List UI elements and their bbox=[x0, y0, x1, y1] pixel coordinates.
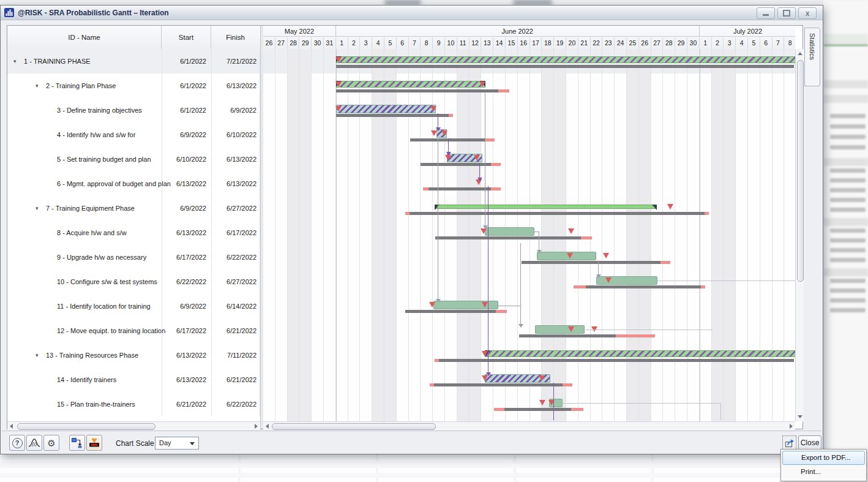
table-row[interactable]: 12 - Move equipt. to training location6/… bbox=[7, 318, 260, 343]
export-button[interactable] bbox=[782, 435, 796, 450]
percentile-range bbox=[405, 212, 410, 215]
task-name: 12 - Move equipt. to training location bbox=[57, 327, 165, 334]
table-row[interactable]: ▾1 - TRAINING PHASE6/1/20227/21/2022 bbox=[7, 49, 260, 73]
table-row[interactable]: 4 - Identify h/w and s/w for6/9/20226/10… bbox=[7, 122, 260, 147]
task-start-date: 6/9/2022 bbox=[162, 131, 206, 138]
maximize-icon bbox=[783, 10, 790, 17]
window-titlebar[interactable]: @RISK - SRA Probabilistic Gantt – Iterat… bbox=[1, 6, 823, 20]
dependency-connector bbox=[598, 260, 599, 274]
table-row[interactable]: 15 - Plan train-the-trainers6/21/20226/2… bbox=[7, 392, 260, 416]
collapse-arrow-icon[interactable]: ▾ bbox=[36, 205, 39, 211]
finish-marker bbox=[603, 253, 609, 258]
timeline-day: 18 bbox=[542, 37, 554, 49]
finish-marker bbox=[430, 106, 436, 111]
background-artifact bbox=[384, 0, 421, 5]
task-finish-date: 6/21/2022 bbox=[211, 327, 256, 334]
finish-marker bbox=[568, 228, 574, 234]
risk-histogram-icon bbox=[4, 8, 14, 17]
connector-style-button[interactable] bbox=[69, 435, 85, 451]
scrollbar-thumb[interactable] bbox=[797, 60, 804, 282]
timeline-day: 21 bbox=[578, 37, 591, 49]
tab-statistics[interactable]: Statistics bbox=[804, 28, 820, 86]
timeline-day: 17 bbox=[530, 37, 542, 49]
scrollbar-thumb[interactable] bbox=[17, 423, 155, 430]
finish-marker bbox=[335, 106, 342, 111]
task-bar-hatched bbox=[336, 105, 436, 113]
collapse-arrow-icon[interactable]: ▾ bbox=[36, 83, 39, 89]
distribution-button[interactable] bbox=[26, 435, 42, 451]
dependency-connector bbox=[720, 403, 721, 420]
timeline-day: 15 bbox=[506, 37, 518, 49]
table-row[interactable]: 14 - Identify trainers6/13/20226/21/2022 bbox=[7, 367, 260, 392]
background-artifact bbox=[830, 208, 866, 212]
task-start-date: 6/13/2022 bbox=[162, 229, 206, 236]
scrollbar-thumb[interactable] bbox=[272, 423, 436, 430]
timeline-day: 25 bbox=[627, 37, 639, 49]
scroll-down-button[interactable] bbox=[796, 413, 804, 421]
table-row[interactable]: 6 - Mgmt. approval of budget and plan6/1… bbox=[7, 171, 260, 196]
scroll-right-button[interactable] bbox=[787, 422, 795, 430]
timeline-day: 6 bbox=[760, 37, 773, 49]
timeline-day: 22 bbox=[591, 37, 603, 49]
task-name: 5 - Set training budget and plan bbox=[57, 156, 151, 163]
scroll-up-button[interactable] bbox=[796, 50, 804, 58]
help-button[interactable]: ? bbox=[9, 435, 25, 451]
menu-item-export-pdf[interactable]: Export to PDF... bbox=[782, 451, 865, 465]
table-horizontal-scrollbar[interactable] bbox=[7, 421, 260, 430]
timeline-day: 20 bbox=[566, 37, 578, 49]
export-icon bbox=[784, 437, 795, 448]
table-row[interactable]: 3 - Define training objectives6/1/20226/… bbox=[7, 98, 260, 122]
table-row[interactable]: ▾13 - Training Resources Phase6/13/20227… bbox=[7, 343, 260, 367]
table-row[interactable]: 8 - Acquire h/w and s/w6/13/20226/17/202… bbox=[7, 220, 260, 245]
settings-button[interactable]: ⚙ bbox=[43, 435, 59, 451]
chart-scale-dropdown[interactable]: Day bbox=[155, 437, 199, 450]
distribution-icon bbox=[28, 437, 40, 448]
close-button[interactable]: Close bbox=[798, 435, 821, 450]
minimize-button[interactable] bbox=[757, 7, 775, 19]
task-name: 1 - TRAINING PHASE bbox=[24, 58, 91, 65]
close-button-label: Close bbox=[801, 439, 820, 447]
table-row[interactable]: 11 - Identify location for training6/9/2… bbox=[7, 294, 260, 318]
task-start-date: 6/17/2022 bbox=[162, 254, 206, 261]
baseline-bar bbox=[405, 310, 496, 313]
maximize-button[interactable] bbox=[777, 7, 796, 19]
background-artifact bbox=[514, 454, 515, 482]
timeline-day: 4 bbox=[372, 37, 384, 49]
table-row[interactable]: ▾7 - Training Equipment Phase6/9/20226/2… bbox=[7, 196, 260, 220]
dependency-connector bbox=[539, 232, 539, 250]
background-artifact bbox=[830, 198, 866, 202]
table-row[interactable]: 5 - Set training budget and plan6/10/202… bbox=[7, 147, 260, 171]
menu-item-print[interactable]: Print... bbox=[782, 465, 865, 479]
table-row[interactable]: 10 - Configure s/w & test systems6/22/20… bbox=[7, 269, 260, 294]
table-row[interactable]: ▾2 - Training Plan Phase6/1/20226/13/202… bbox=[7, 73, 260, 98]
task-start-date: 6/21/2022 bbox=[162, 401, 206, 408]
timeline-day: 3 bbox=[360, 37, 372, 49]
timeline-day: 26 bbox=[263, 37, 275, 49]
connector-arrow-icon bbox=[446, 152, 451, 156]
timeline-day: 1 bbox=[700, 37, 712, 49]
scroll-left-button[interactable] bbox=[7, 422, 15, 430]
collapse-arrow-icon[interactable]: ▾ bbox=[36, 352, 39, 358]
connector-arrow-icon bbox=[436, 127, 441, 131]
background-artifact bbox=[830, 124, 866, 129]
scroll-right-button[interactable] bbox=[252, 422, 260, 430]
chart-horizontal-scrollbar[interactable] bbox=[263, 421, 795, 430]
scroll-left-button[interactable] bbox=[263, 422, 271, 430]
baseline-bar bbox=[410, 212, 705, 215]
table-row[interactable]: 9 - Upgrade h/w as necessary6/17/20226/2… bbox=[7, 245, 260, 269]
gantt-bar-style-button[interactable] bbox=[86, 435, 102, 451]
dependency-connector bbox=[534, 232, 539, 232]
phase-bar bbox=[435, 205, 657, 209]
column-header-start: Start bbox=[162, 26, 211, 49]
chart-vertical-scrollbar[interactable] bbox=[795, 49, 804, 421]
timeline-day: 29 bbox=[299, 37, 312, 49]
task-finish-date: 6/21/2022 bbox=[211, 376, 256, 383]
chart-scale-label: Chart Scale bbox=[116, 439, 154, 448]
timeline-day: 5 bbox=[748, 37, 760, 49]
baseline-bar bbox=[522, 261, 661, 264]
close-window-button[interactable]: x bbox=[798, 7, 817, 19]
bottom-toolbar: ? ⚙ Chart Scale bbox=[2, 431, 821, 454]
background-artifact bbox=[824, 80, 868, 88]
collapse-arrow-icon[interactable]: ▾ bbox=[13, 58, 17, 64]
task-bar bbox=[485, 227, 534, 236]
